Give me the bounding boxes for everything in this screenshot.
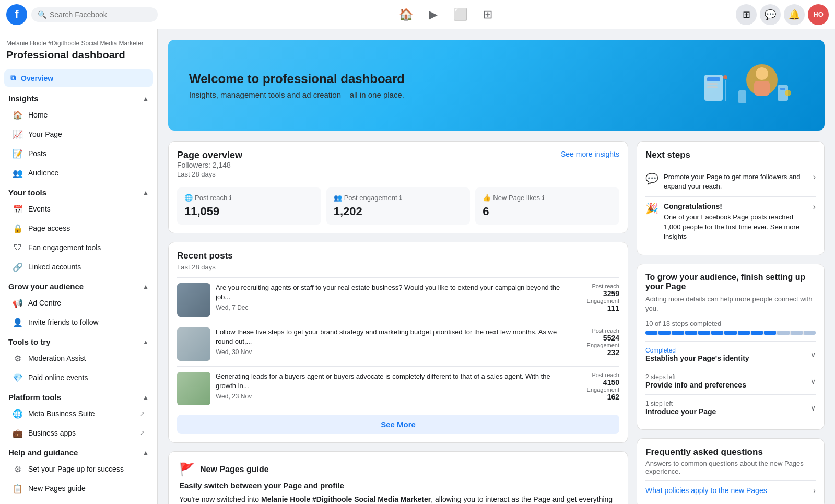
insights-chevron-icon: ▲	[143, 95, 149, 102]
post-text-1: Are you recruiting agents or staff to yo…	[216, 283, 572, 302]
section-help-guidance-header[interactable]: Help and guidance ▲	[0, 443, 157, 459]
section-insights-header[interactable]: Insights ▲	[0, 89, 157, 105]
sidebar-item-meta-business-suite[interactable]: 🌐 Meta Business Suite ↗	[4, 404, 153, 423]
nav-marketplace-button[interactable]: ⬜	[448, 2, 473, 27]
nextstep-promote-arrow-icon: ›	[813, 172, 816, 182]
switch-page-header: 🚩 New Pages guide	[179, 462, 617, 477]
sidebar-item-your-page[interactable]: 📈 Your Page	[4, 125, 153, 144]
sidebar-item-new-pages-guide[interactable]: 📋 New Pages guide	[4, 479, 153, 498]
recent-posts-subtitle: Last 28 days	[177, 263, 619, 271]
sidebar-item-set-page-up[interactable]: ⚙ Set your Page up for success	[4, 460, 153, 478]
see-more-insights-link[interactable]: See more insights	[561, 150, 619, 158]
nav-home-button[interactable]: 🏠	[394, 2, 419, 27]
sidebar-item-paid-online-events[interactable]: 💎 Paid online events	[4, 368, 153, 387]
section-your-tools-header[interactable]: Your tools ▲	[0, 183, 157, 199]
hero-subtitle: Insights, management tools and ad creati…	[189, 90, 405, 99]
post-thumb-img-1	[177, 283, 210, 317]
hero-text: Welcome to professional dashboard Insigh…	[189, 72, 405, 99]
switch-page-card: 🚩 New Pages guide Easily switch between …	[168, 451, 628, 504]
faq-item-1[interactable]: What policies apply to the new Pages ›	[645, 480, 816, 500]
messenger-button[interactable]: 💬	[760, 4, 781, 25]
post-reach-label: Post reach	[195, 194, 227, 202]
followers-label: Followers:	[177, 161, 210, 169]
notifications-button[interactable]: 🔔	[784, 4, 805, 25]
sidebar-item-overview[interactable]: ⧉ Overview	[4, 69, 153, 87]
new-page-likes-label: New Page likes	[493, 194, 540, 202]
new-page-likes-info-icon[interactable]: ℹ	[542, 194, 544, 201]
post-engagement-info-icon[interactable]: ℹ	[399, 194, 402, 201]
post-reach-info-icon[interactable]: ℹ	[229, 194, 231, 201]
step-introduce-name: Introduce your Page	[645, 407, 716, 416]
sidebar-item-fan-engagement[interactable]: 🛡 Fan engagement tools	[4, 238, 153, 257]
main-content: Welcome to professional dashboard Insigh…	[158, 29, 835, 504]
user-avatar-button[interactable]: HO	[808, 4, 829, 25]
tools-to-try-chevron-icon: ▲	[143, 338, 149, 346]
sidebar-dashboard-title: Professional dashboard	[6, 49, 151, 61]
prog-seg-6	[711, 331, 723, 335]
step-info-labels: 2 steps left Provide info and preference…	[645, 373, 746, 389]
apps-menu-button[interactable]: ⊞	[736, 4, 757, 25]
svg-rect-10	[738, 90, 746, 103]
sidebar-item-linked-accounts[interactable]: 🔗 Linked accounts	[4, 257, 153, 276]
prog-seg-9	[751, 331, 763, 335]
sidebar-item-moderation-assist[interactable]: ⚙ Moderation Assist	[4, 349, 153, 368]
post-item-3[interactable]: Generating leads for a buyers agent or b…	[177, 366, 619, 411]
moderation-assist-icon: ⚙	[13, 353, 23, 364]
page-overview-title: Page overview	[177, 150, 242, 161]
section-platform-tools-header[interactable]: Platform tools ▲	[0, 388, 157, 404]
sidebar-item-page-access[interactable]: 🔒 Page access	[4, 219, 153, 238]
prog-seg-2	[658, 331, 671, 335]
step-identity[interactable]: Completed Establish your Page's identity…	[645, 341, 816, 368]
hero-title: Welcome to professional dashboard	[189, 72, 405, 86]
search-input[interactable]	[50, 10, 151, 19]
post-item-1[interactable]: Are you recruiting agents or staff to yo…	[177, 277, 619, 322]
step-identity-labels: Completed Establish your Page's identity	[645, 347, 749, 362]
post-content-3: Generating leads for a buyers agent or b…	[216, 372, 572, 400]
faq-question-1: What policies apply to the new Pages	[645, 486, 813, 495]
nextstep-congratulations[interactable]: 🎉 Congratulations! One of your Facebook …	[645, 196, 816, 247]
platform-tools-chevron-icon: ▲	[143, 394, 149, 401]
sidebar-item-audience[interactable]: 👥 Audience	[4, 163, 153, 182]
post-item-2[interactable]: Follow these five steps to get your bran…	[177, 322, 619, 366]
followers-value: 2,148	[213, 161, 231, 169]
sidebar-item-business-apps[interactable]: 💼 Business apps ↗	[4, 424, 153, 442]
sidebar-profile: Melanie Hoole #Digithoole Social Media M…	[0, 36, 157, 67]
post-reach-label-3: Post reach	[578, 372, 619, 378]
faq-card: Frequently asked questions Answers to co…	[637, 438, 825, 504]
post-reach-value-3: 4150	[578, 378, 619, 386]
facebook-logo[interactable]: f	[6, 4, 27, 25]
sidebar-item-invite-friends[interactable]: 👤 Invite friends to follow	[4, 313, 153, 332]
step-identity-chevron-icon: ∨	[810, 350, 816, 359]
new-page-likes-icon: 👍	[483, 194, 491, 202]
see-more-posts-button[interactable]: See More	[177, 415, 619, 434]
topnav-left: f 🔍	[6, 4, 158, 25]
tools-to-try-section-label: Tools to try	[8, 337, 51, 346]
prog-seg-8	[738, 331, 750, 335]
sidebar-item-home[interactable]: 🏠 Home	[4, 106, 153, 124]
grow-audience-desc: Adding more details can help more people…	[645, 295, 816, 313]
nextstep-promote-text: Promote your Page to get more followers …	[664, 172, 808, 191]
section-tools-to-try-header[interactable]: Tools to try ▲	[0, 332, 157, 348]
faq-arrow-icon-1: ›	[813, 486, 816, 495]
post-reach-label-2: Post reach	[578, 327, 619, 334]
external-link-icon-meta: ↗	[140, 411, 145, 417]
step-introduce[interactable]: 1 step left Introduce your Page ∨	[645, 394, 816, 421]
nextstep-promote[interactable]: 💬 Promote your Page to get more follower…	[645, 167, 816, 196]
post-engagement-label-2: Engagement	[578, 342, 619, 348]
your-page-icon: 📈	[13, 129, 23, 139]
prog-seg-10	[764, 331, 776, 335]
prog-seg-3	[672, 331, 684, 335]
section-grow-audience-header[interactable]: Grow your audience ▲	[0, 277, 157, 293]
sidebar-item-events[interactable]: 📅 Events	[4, 200, 153, 218]
sidebar-item-ad-centre[interactable]: 📢 Ad Centre	[4, 294, 153, 312]
nav-pages-button[interactable]: ⊞	[475, 2, 500, 27]
insights-section-label: Insights	[8, 94, 39, 103]
sidebar-item-posts[interactable]: 📝 Posts	[4, 144, 153, 163]
platform-tools-section-label: Platform tools	[8, 393, 61, 402]
nav-video-button[interactable]: ▶	[421, 2, 446, 27]
layers-icon: ⧉	[10, 74, 16, 83]
promote-icon: 💬	[645, 172, 658, 185]
step-info[interactable]: 2 steps left Provide info and preference…	[645, 368, 816, 394]
post-thumb-2	[177, 327, 210, 361]
search-bar-container[interactable]: 🔍	[31, 7, 158, 22]
